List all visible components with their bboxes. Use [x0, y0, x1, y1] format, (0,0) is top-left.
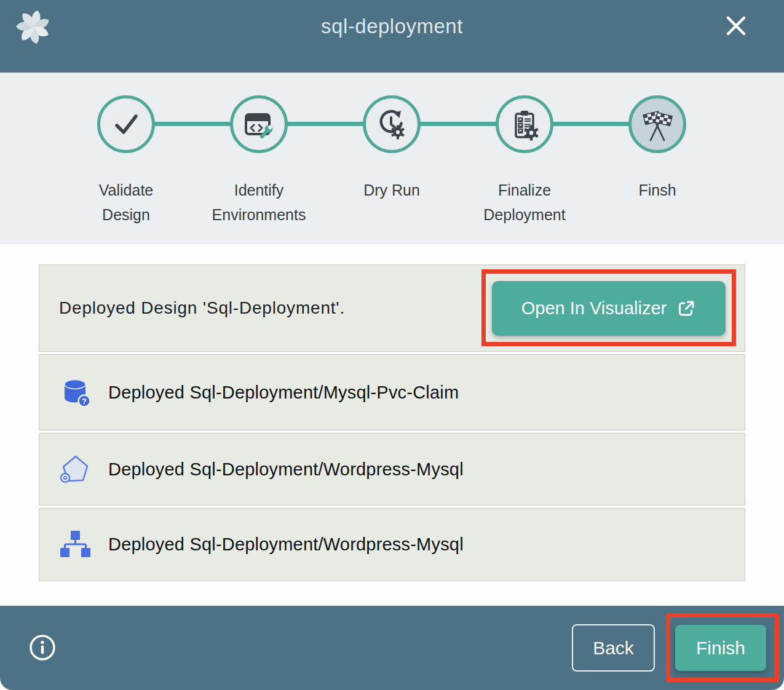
deployed-item-text: Deployed Sql-Deployment/Wordpress-Mysql	[108, 459, 464, 480]
hierarchy-icon	[59, 529, 91, 561]
design-status-text: Deployed Design 'Sql-Deployment'.	[59, 298, 345, 318]
step-identify-environments: Identify Environments	[192, 95, 325, 227]
step-validate-design: Validate Design	[60, 95, 192, 227]
database-icon: ?	[59, 376, 91, 408]
step-label: Identify Environments	[206, 178, 312, 227]
step-finish: Finsh	[591, 95, 724, 227]
open-in-visualizer-label: Open In Visualizer	[521, 298, 667, 319]
deployed-item-text: Deployed Sql-Deployment/Mysql-Pvc-Claim	[108, 383, 459, 403]
deployed-item-text: Deployed Sql-Deployment/Wordpress-Mysql	[108, 534, 464, 555]
step-label: Dry Run	[339, 178, 445, 202]
info-icon	[28, 633, 57, 662]
modal-title: sql-deployment	[0, 15, 784, 38]
step-dry-run: Dry Run	[325, 95, 458, 227]
step-circle-finish	[628, 95, 686, 153]
step-circle-dry-run	[363, 95, 421, 153]
checkered-flags-icon	[639, 106, 676, 143]
close-icon	[723, 12, 750, 39]
stepper: Validate Design	[0, 73, 784, 244]
step-circle-validate-design	[97, 95, 155, 153]
open-in-new-icon	[676, 299, 696, 319]
history-gear-icon	[374, 106, 410, 142]
pentagon-component-icon	[59, 453, 91, 485]
step-label: Validate Design	[73, 178, 179, 227]
deployed-item-row: ? Deployed Sql-Deployment/Mysql-Pvc-Clai…	[39, 354, 745, 430]
modal-header: sql-deployment	[0, 0, 784, 73]
step-circle-finalize-deployment	[496, 95, 553, 153]
step-finalize-deployment: Finalize Deployment	[458, 95, 591, 227]
deployed-item-row: Deployed Sql-Deployment/Wordpress-Mysql	[39, 433, 745, 506]
back-button[interactable]: Back	[572, 624, 655, 672]
code-window-wrench-icon	[241, 106, 277, 142]
svg-text:?: ?	[82, 397, 86, 406]
step-label: Finalize Deployment	[472, 178, 577, 227]
deployed-item-row: Deployed Sql-Deployment/Wordpress-Mysql	[39, 508, 745, 581]
modal-footer	[0, 606, 784, 690]
clipboard-gear-icon	[507, 106, 542, 142]
finish-button[interactable]: Finish	[675, 625, 766, 671]
info-button[interactable]	[28, 633, 57, 662]
deployment-wizard-modal: sql-deployment Validate Design	[0, 0, 784, 690]
check-icon	[108, 106, 144, 142]
step-label: Finsh	[604, 178, 710, 202]
open-in-visualizer-button[interactable]: Open In Visualizer	[492, 281, 726, 336]
close-button[interactable]	[723, 12, 750, 39]
step-circle-identify-environments	[230, 95, 288, 153]
